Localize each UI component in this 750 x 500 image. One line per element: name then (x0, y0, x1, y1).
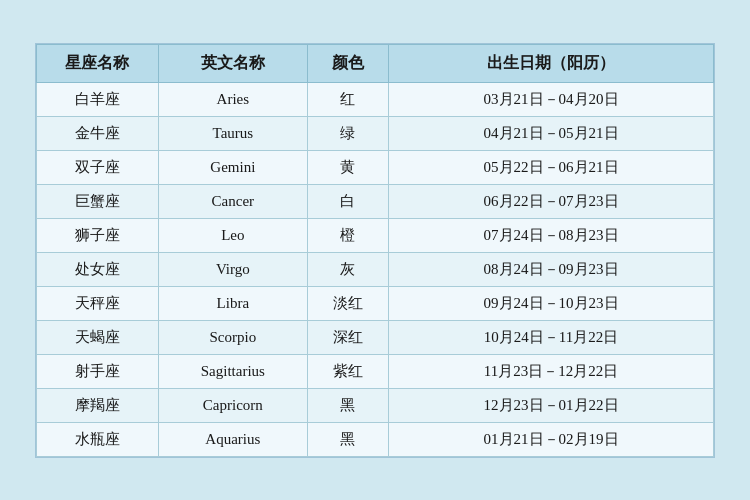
table-row: 水瓶座Aquarius黑01月21日－02月19日 (37, 422, 714, 456)
cell-chinese: 白羊座 (37, 82, 159, 116)
cell-color: 绿 (307, 116, 388, 150)
cell-chinese: 水瓶座 (37, 422, 159, 456)
cell-chinese: 处女座 (37, 252, 159, 286)
cell-date: 06月22日－07月23日 (389, 184, 714, 218)
cell-english: Taurus (158, 116, 307, 150)
cell-chinese: 射手座 (37, 354, 159, 388)
cell-english: Aquarius (158, 422, 307, 456)
cell-date: 01月21日－02月19日 (389, 422, 714, 456)
header-date: 出生日期（阳历） (389, 44, 714, 82)
table-row: 处女座Virgo灰08月24日－09月23日 (37, 252, 714, 286)
cell-chinese: 天蝎座 (37, 320, 159, 354)
cell-date: 09月24日－10月23日 (389, 286, 714, 320)
cell-date: 11月23日－12月22日 (389, 354, 714, 388)
cell-date: 04月21日－05月21日 (389, 116, 714, 150)
table-row: 天蝎座Scorpio深红10月24日－11月22日 (37, 320, 714, 354)
cell-english: Cancer (158, 184, 307, 218)
cell-english: Scorpio (158, 320, 307, 354)
cell-color: 淡红 (307, 286, 388, 320)
cell-date: 10月24日－11月22日 (389, 320, 714, 354)
cell-english: Sagittarius (158, 354, 307, 388)
cell-english: Leo (158, 218, 307, 252)
cell-english: Virgo (158, 252, 307, 286)
table-row: 巨蟹座Cancer白06月22日－07月23日 (37, 184, 714, 218)
cell-date: 12月23日－01月22日 (389, 388, 714, 422)
table-row: 射手座Sagittarius紫红11月23日－12月22日 (37, 354, 714, 388)
cell-color: 白 (307, 184, 388, 218)
cell-english: Aries (158, 82, 307, 116)
zodiac-table-container: 星座名称 英文名称 颜色 出生日期（阳历） 白羊座Aries红03月21日－04… (35, 43, 715, 458)
header-english: 英文名称 (158, 44, 307, 82)
table-row: 摩羯座Capricorn黑12月23日－01月22日 (37, 388, 714, 422)
table-body: 白羊座Aries红03月21日－04月20日金牛座Taurus绿04月21日－0… (37, 82, 714, 456)
header-chinese: 星座名称 (37, 44, 159, 82)
cell-color: 深红 (307, 320, 388, 354)
table-row: 白羊座Aries红03月21日－04月20日 (37, 82, 714, 116)
cell-chinese: 天秤座 (37, 286, 159, 320)
cell-color: 黄 (307, 150, 388, 184)
table-header-row: 星座名称 英文名称 颜色 出生日期（阳历） (37, 44, 714, 82)
cell-date: 08月24日－09月23日 (389, 252, 714, 286)
cell-chinese: 双子座 (37, 150, 159, 184)
table-row: 天秤座Libra淡红09月24日－10月23日 (37, 286, 714, 320)
cell-color: 红 (307, 82, 388, 116)
cell-english: Libra (158, 286, 307, 320)
cell-chinese: 狮子座 (37, 218, 159, 252)
cell-english: Capricorn (158, 388, 307, 422)
cell-english: Gemini (158, 150, 307, 184)
cell-date: 07月24日－08月23日 (389, 218, 714, 252)
table-row: 狮子座Leo橙07月24日－08月23日 (37, 218, 714, 252)
cell-color: 灰 (307, 252, 388, 286)
header-color: 颜色 (307, 44, 388, 82)
table-row: 双子座Gemini黄05月22日－06月21日 (37, 150, 714, 184)
cell-date: 05月22日－06月21日 (389, 150, 714, 184)
cell-color: 紫红 (307, 354, 388, 388)
cell-date: 03月21日－04月20日 (389, 82, 714, 116)
cell-color: 黑 (307, 422, 388, 456)
zodiac-table: 星座名称 英文名称 颜色 出生日期（阳历） 白羊座Aries红03月21日－04… (36, 44, 714, 457)
cell-chinese: 金牛座 (37, 116, 159, 150)
cell-color: 橙 (307, 218, 388, 252)
cell-chinese: 摩羯座 (37, 388, 159, 422)
cell-chinese: 巨蟹座 (37, 184, 159, 218)
cell-color: 黑 (307, 388, 388, 422)
table-row: 金牛座Taurus绿04月21日－05月21日 (37, 116, 714, 150)
